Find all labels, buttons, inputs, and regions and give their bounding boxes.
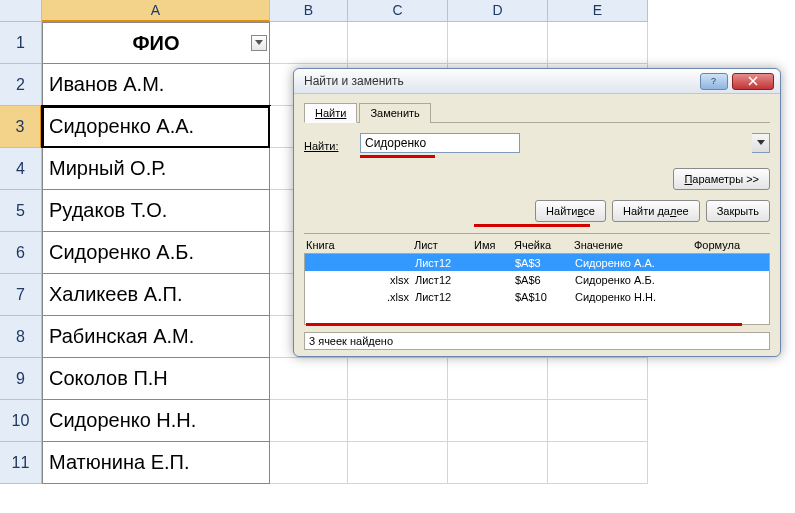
col-header-b[interactable]: B	[270, 0, 348, 22]
cell[interactable]: Сидоренко А.Б.	[42, 232, 270, 274]
col-header-a[interactable]: A	[42, 0, 270, 22]
col-header-c[interactable]: C	[348, 0, 448, 22]
cell[interactable]	[548, 358, 648, 400]
cell[interactable]	[448, 400, 548, 442]
cell[interactable]	[348, 22, 448, 64]
cell[interactable]	[548, 442, 648, 484]
row-header[interactable]: 2	[0, 64, 42, 106]
row-header[interactable]: 10	[0, 400, 42, 442]
cell[interactable]: Соколов П.Н	[42, 358, 270, 400]
row-header[interactable]: 8	[0, 316, 42, 358]
cell[interactable]	[270, 442, 348, 484]
dialog-title: Найти и заменить	[304, 74, 404, 88]
cell[interactable]	[348, 358, 448, 400]
close-icon[interactable]	[732, 73, 774, 90]
find-next-button[interactable]: Найти далее	[612, 200, 700, 222]
status-bar: 3 ячеек найдено	[304, 332, 770, 350]
cell[interactable]: Матюнина Е.П.	[42, 442, 270, 484]
results-header: Книга Лист Имя Ячейка Значение Формула	[304, 233, 770, 253]
tab-find[interactable]: Найти	[304, 103, 357, 123]
find-history-dropdown[interactable]	[752, 133, 770, 153]
select-all-corner[interactable]	[0, 0, 42, 22]
grid-row: 10Сидоренко Н.Н.	[0, 400, 795, 442]
row-header[interactable]: 3	[0, 106, 42, 148]
find-label: Найти:	[304, 140, 352, 152]
tab-replace[interactable]: Заменить	[359, 103, 430, 123]
find-replace-dialog: Найти и заменить ? Найти Заменить Найти:	[293, 68, 781, 357]
cell[interactable]	[448, 442, 548, 484]
cell[interactable]: Сидоренко А.А.	[42, 106, 270, 148]
cell[interactable]	[348, 400, 448, 442]
result-row[interactable]: xlsxЛист12$A$6Сидоренко А.Б.	[305, 271, 769, 288]
annotation-line	[474, 224, 590, 227]
cell[interactable]	[548, 400, 648, 442]
annotation-line	[306, 323, 742, 326]
cell[interactable]	[348, 442, 448, 484]
cell[interactable]	[448, 22, 548, 64]
filter-dropdown-icon[interactable]	[251, 35, 267, 51]
row-header[interactable]: 4	[0, 148, 42, 190]
row-header[interactable]: 6	[0, 232, 42, 274]
cell[interactable]: Халикеев А.П.	[42, 274, 270, 316]
row-header[interactable]: 9	[0, 358, 42, 400]
results-list[interactable]: Лист12$A$3Сидоренко А.А.xlsxЛист12$A$6Си…	[304, 253, 770, 325]
cell[interactable]: Рудаков Т.О.	[42, 190, 270, 232]
cell[interactable]: Мирный О.Р.	[42, 148, 270, 190]
cell[interactable]	[448, 358, 548, 400]
grid-row: 11Матюнина Е.П.	[0, 442, 795, 484]
cell[interactable]	[270, 22, 348, 64]
row-header[interactable]: 7	[0, 274, 42, 316]
cell[interactable]	[548, 22, 648, 64]
cell[interactable]: ФИО	[42, 22, 270, 64]
col-header-e[interactable]: E	[548, 0, 648, 22]
cell[interactable]	[270, 400, 348, 442]
help-button[interactable]: ?	[700, 73, 728, 90]
dialog-titlebar[interactable]: Найти и заменить ?	[294, 69, 780, 94]
grid-row: 9Соколов П.Н	[0, 358, 795, 400]
cell[interactable]: Сидоренко Н.Н.	[42, 400, 270, 442]
column-headers: A B C D E	[0, 0, 795, 22]
row-header[interactable]: 1	[0, 22, 42, 64]
cell[interactable]: Иванов А.М.	[42, 64, 270, 106]
close-button[interactable]: Закрыть	[706, 200, 770, 222]
find-all-button[interactable]: Найти все	[535, 200, 606, 222]
annotation-line	[360, 155, 435, 158]
svg-text:?: ?	[711, 76, 716, 86]
col-header-d[interactable]: D	[448, 0, 548, 22]
cell[interactable]	[270, 358, 348, 400]
result-row[interactable]: Лист12$A$3Сидоренко А.А.	[305, 254, 769, 271]
result-row[interactable]: .xlsxЛист12$A$10Сидоренко Н.Н.	[305, 288, 769, 305]
grid-row: 1ФИО	[0, 22, 795, 64]
find-input[interactable]	[360, 133, 520, 153]
row-header[interactable]: 5	[0, 190, 42, 232]
cell[interactable]: Рабинская А.М.	[42, 316, 270, 358]
options-button[interactable]: Параметры >>	[673, 168, 770, 190]
row-header[interactable]: 11	[0, 442, 42, 484]
dialog-tabs: Найти Заменить	[304, 102, 770, 123]
